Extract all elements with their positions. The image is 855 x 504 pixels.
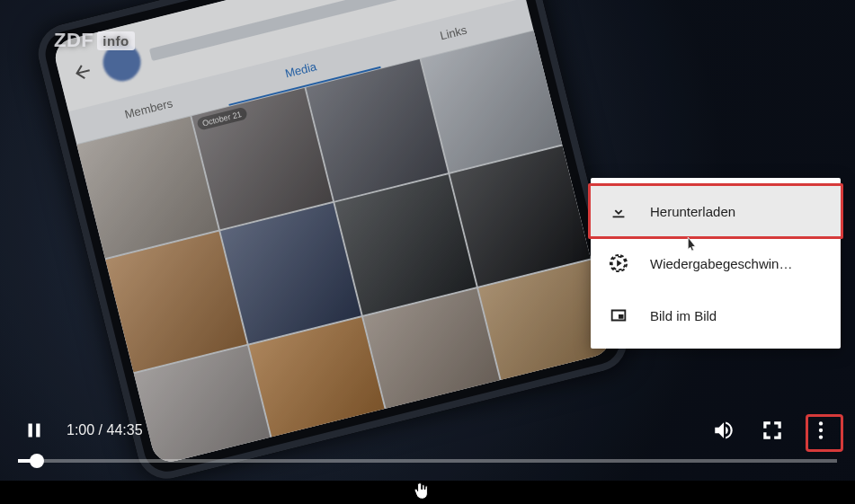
svg-point-0 xyxy=(819,421,823,425)
broadcaster-watermark: ZDFinfo xyxy=(54,29,135,52)
menu-item-label: Herunterladen xyxy=(650,204,823,219)
fullscreen-icon xyxy=(761,419,784,442)
watermark-brand: ZDF xyxy=(54,29,94,52)
speed-icon xyxy=(609,253,628,273)
progress-thumb[interactable] xyxy=(30,454,44,468)
more-options-button[interactable] xyxy=(805,414,837,447)
progress-bar[interactable] xyxy=(18,459,837,463)
watermark-tag: info xyxy=(97,31,135,50)
options-menu: Herunterladen Wiedergabegeschwin… Bild i… xyxy=(591,178,841,349)
current-time: 1:00 xyxy=(67,422,94,438)
menu-item-download[interactable]: Herunterladen xyxy=(591,185,841,237)
controls-row: 1:00 / 44:35 xyxy=(18,409,837,452)
bottom-black-bar xyxy=(0,481,855,504)
pause-button[interactable] xyxy=(18,414,50,447)
time-display: 1:00 / 44:35 xyxy=(67,422,143,438)
menu-item-pip[interactable]: Bild im Bild xyxy=(591,289,841,341)
volume-button[interactable] xyxy=(708,414,740,447)
fullscreen-button[interactable] xyxy=(756,414,788,447)
time-separator: / xyxy=(94,422,106,438)
svg-point-1 xyxy=(819,429,823,432)
volume-icon xyxy=(712,419,735,442)
pause-icon xyxy=(22,419,46,442)
menu-item-label: Bild im Bild xyxy=(650,308,823,323)
more-vertical-icon xyxy=(809,419,833,442)
menu-item-speed[interactable]: Wiedergabegeschwin… xyxy=(591,237,841,289)
pip-icon xyxy=(609,305,628,325)
video-player: Members Media Links October 21 ZDFinfo xyxy=(0,0,855,504)
menu-item-label: Wiedergabegeschwin… xyxy=(650,256,823,271)
download-icon xyxy=(609,201,628,221)
duration: 44:35 xyxy=(106,422,142,438)
svg-point-2 xyxy=(819,435,823,438)
player-controls: 1:00 / 44:35 xyxy=(0,409,855,481)
